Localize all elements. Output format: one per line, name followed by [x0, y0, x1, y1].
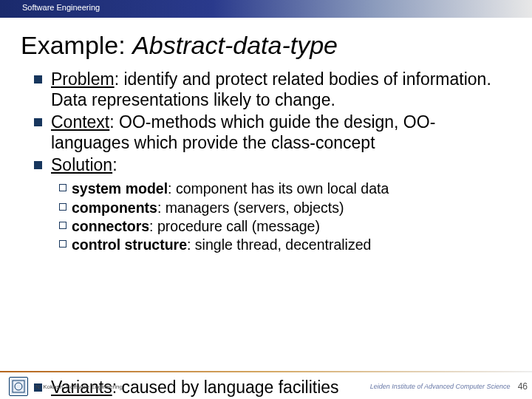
sub-body: : component has its own local data — [168, 180, 389, 197]
sub-bullets: system model: component has its own loca… — [34, 180, 511, 254]
slide-body: Problem: identify and protect related bo… — [0, 66, 532, 369]
square-bullet-icon — [34, 118, 42, 126]
footer-divider — [0, 371, 532, 372]
header-bar: Software Engineering — [0, 0, 532, 18]
hollow-square-icon — [59, 184, 66, 191]
bullet-text: Context: OO-methods which guide the desi… — [51, 112, 511, 153]
sub-bullet-system: system model: component has its own loca… — [59, 180, 511, 197]
bullet-text: Problem: identify and protect related bo… — [51, 69, 511, 110]
svg-rect-0 — [13, 381, 24, 392]
sub-bold: components — [72, 200, 157, 216]
footer: N. Kokash, Software Engineering Leiden I… — [0, 371, 532, 399]
sub-text: control structure: single thread, decent… — [72, 236, 371, 253]
sub-bullet-connectors: connectors: procedure call (message) — [59, 217, 511, 235]
bullet-body: : — [112, 155, 117, 174]
sub-bold: system model — [72, 180, 168, 197]
bullet-body: : OO-methods which guide the design, OO-… — [51, 112, 435, 152]
hollow-square-icon — [59, 240, 66, 248]
slide-title: Example: Abstract-data-type — [0, 18, 532, 66]
university-logo-icon — [9, 377, 28, 396]
footer-right: Leiden Institute of Advanced Computer Sc… — [370, 381, 528, 392]
title-emphasis: Abstract-data-type — [132, 31, 338, 59]
bullet-text: Solution: — [51, 154, 117, 175]
sub-body: : managers (servers, objects) — [157, 200, 344, 216]
sub-text: connectors: procedure call (message) — [72, 217, 320, 235]
bullet-solution: Solution: — [34, 154, 511, 175]
bullet-context: Context: OO-methods which guide the desi… — [34, 112, 511, 153]
bullet-label: Problem — [51, 69, 115, 89]
sub-bold: connectors — [72, 218, 149, 234]
slide: Software Engineering Example: Abstract-d… — [0, 0, 532, 399]
footer-bar: N. Kokash, Software Engineering Leiden I… — [0, 374, 532, 399]
sub-text: system model: component has its own loca… — [72, 180, 389, 197]
hollow-square-icon — [59, 203, 66, 211]
footer-left: N. Kokash, Software Engineering — [9, 377, 123, 396]
sub-bullet-control: control structure: single thread, decent… — [59, 236, 511, 253]
title-prefix: Example: — [21, 31, 132, 59]
square-bullet-icon — [34, 75, 42, 83]
bullet-problem: Problem: identify and protect related bo… — [34, 69, 511, 110]
footer-author: N. Kokash, Software Engineering — [35, 383, 123, 390]
square-bullet-icon — [34, 161, 42, 169]
sub-body: : procedure call (message) — [149, 218, 320, 234]
course-name: Software Engineering — [22, 3, 100, 12]
page-number: 46 — [518, 381, 528, 392]
sub-body: : single thread, decentralized — [187, 236, 371, 253]
hollow-square-icon — [59, 222, 66, 229]
sub-text: components: managers (servers, objects) — [72, 199, 344, 216]
footer-institute: Leiden Institute of Advanced Computer Sc… — [370, 383, 511, 390]
svg-point-1 — [15, 383, 22, 390]
bullet-label: Context — [51, 112, 109, 132]
bullet-body: : identify and protect related bodies of… — [51, 69, 491, 109]
sub-bullet-components: components: managers (servers, objects) — [59, 199, 511, 216]
bullet-label: Solution — [51, 155, 112, 174]
sub-bold: control structure — [72, 236, 187, 253]
